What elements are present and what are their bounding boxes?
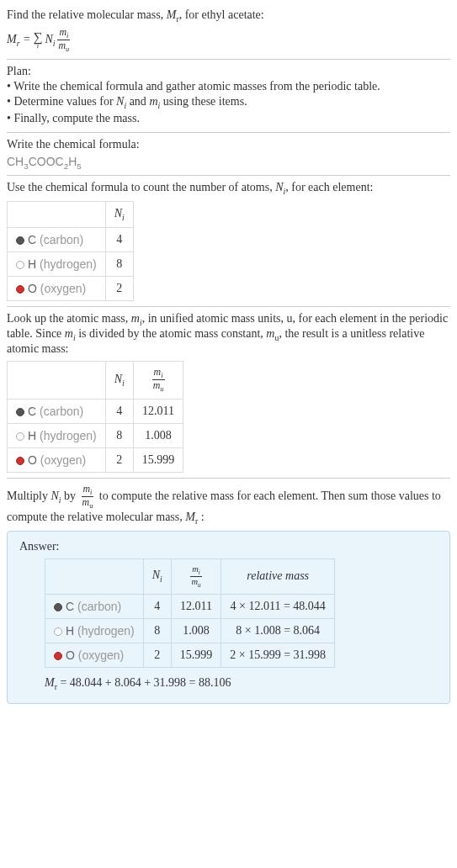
count-title: Use the chemical formula to count the nu… <box>7 181 450 196</box>
answer-table: Ni mimu relative mass C (carbon) 4 12.01… <box>45 558 335 668</box>
carbon-dot-icon <box>16 408 24 416</box>
intro-formula: Mr = ∑i Ni mi mu <box>7 27 450 54</box>
hydrogen-dot-icon <box>16 261 24 269</box>
chem-formula-section: Write the chemical formula: CH3COOC2H5 <box>7 133 450 177</box>
answer-box: Answer: Ni mimu relative mass C (carbon)… <box>7 531 450 704</box>
intro-section: Find the relative molecular mass, Mr, fo… <box>7 3 450 60</box>
col-ni: Ni <box>105 361 133 399</box>
fraction-icon: mi mu <box>57 27 72 54</box>
oxygen-dot-icon <box>16 457 24 465</box>
chem-formula-value: CH3COOC2H5 <box>7 155 450 171</box>
table-row: O (oxygen) 2 15.999 <box>8 447 183 472</box>
table-row: O (oxygen) 2 15.999 2 × 15.999 = 31.998 <box>45 643 335 667</box>
carbon-dot-icon <box>16 236 24 245</box>
multiply-text: Multiply Ni by mimu to compute the relat… <box>7 484 450 526</box>
plan-item: • Finally, compute the mass. <box>7 112 450 125</box>
mass-table: Ni mimu C (carbon) 4 12.011 H (hydrogen)… <box>7 361 183 473</box>
col-mimu: mimu <box>133 361 183 399</box>
table-row: O (oxygen) 2 <box>8 277 134 301</box>
table-row: C (carbon) 4 12.011 <box>8 399 183 423</box>
plan-item: • Write the chemical formula and gather … <box>7 80 450 93</box>
final-result: Mr = 48.044 + 8.064 + 31.998 = 88.106 <box>45 676 438 691</box>
mass-title: Look up the atomic mass, mi, in unified … <box>7 312 450 356</box>
col-ni: Ni <box>143 558 171 594</box>
table-header-row: Ni mimu <box>8 361 183 399</box>
count-section: Use the chemical formula to count the nu… <box>7 176 450 307</box>
answer-section: Multiply Ni by mimu to compute the relat… <box>7 479 450 709</box>
col-ni: Ni <box>105 202 133 228</box>
table-row: C (carbon) 4 <box>8 228 134 252</box>
col-relmass: relative mass <box>221 558 335 594</box>
fraction-icon: mimu <box>81 484 95 511</box>
sigma-icon: ∑i <box>33 30 42 50</box>
answer-label: Answer: <box>19 540 438 553</box>
table-row: C (carbon) 4 12.011 4 × 12.011 = 48.044 <box>45 594 335 618</box>
oxygen-dot-icon <box>54 652 62 660</box>
table-row: H (hydrogen) 8 <box>8 252 134 277</box>
table-header-row: Ni <box>8 202 134 228</box>
plan-section: Plan: • Write the chemical formula and g… <box>7 60 450 133</box>
mass-section: Look up the atomic mass, mi, in unified … <box>7 307 450 479</box>
hydrogen-dot-icon <box>16 432 24 441</box>
hydrogen-dot-icon <box>54 627 62 636</box>
intro-text: Find the relative molecular mass, Mr, fo… <box>7 8 450 24</box>
table-row: H (hydrogen) 8 1.008 <box>8 423 183 447</box>
table-header-row: Ni mimu relative mass <box>45 558 335 594</box>
col-mimu: mimu <box>171 558 221 594</box>
plan-item: • Determine values for Ni and mi using t… <box>7 95 450 110</box>
plan-title: Plan: <box>7 65 450 78</box>
count-table: Ni C (carbon) 4 H (hydrogen) 8 O (oxygen… <box>7 201 134 301</box>
carbon-dot-icon <box>54 603 62 611</box>
chem-formula-title: Write the chemical formula: <box>7 138 450 151</box>
table-row: H (hydrogen) 8 1.008 8 × 1.008 = 8.064 <box>45 618 335 643</box>
oxygen-dot-icon <box>16 285 24 294</box>
